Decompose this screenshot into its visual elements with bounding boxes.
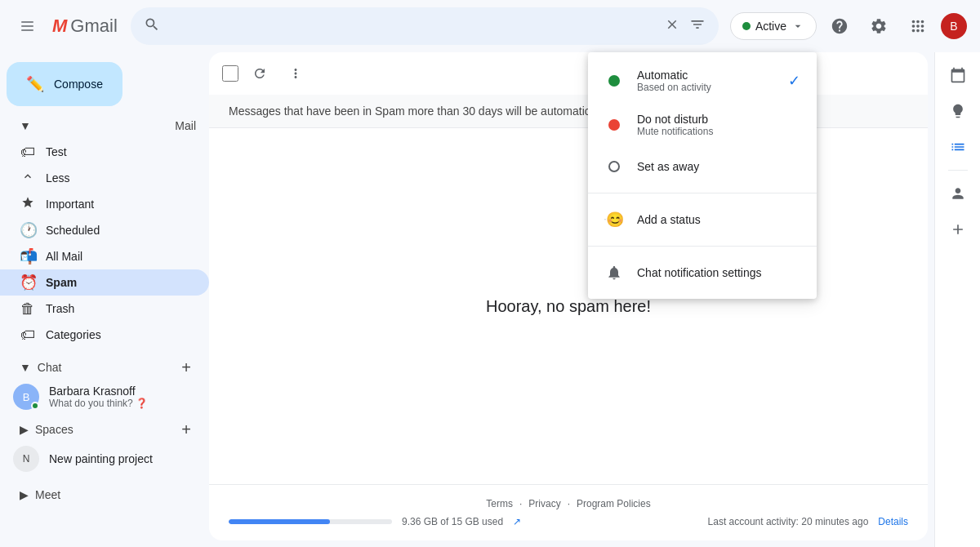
search-filter-button[interactable] (689, 16, 706, 37)
spaces-new-painting[interactable]: N New painting project (0, 442, 209, 475)
sidebar-item-test[interactable]: 🏷 Test (0, 139, 209, 165)
automatic-text: Automatic Based on activity (637, 69, 775, 93)
chat-notification-label: Chat notification settings (637, 266, 762, 279)
sidebar-item-important[interactable]: Important (0, 191, 209, 217)
spaces-section-header[interactable]: ▶ Spaces + (0, 416, 209, 442)
sidebar-item-less[interactable]: Less (0, 165, 209, 191)
spaces-add-button[interactable]: + (176, 420, 196, 439)
hamburger-button[interactable] (13, 10, 46, 42)
toolbar (209, 52, 928, 95)
activity-text: Last account activity: 20 minutes ago (708, 516, 869, 527)
select-all-checkbox[interactable] (222, 65, 238, 82)
compose-icon: ✏️ (26, 75, 44, 93)
sidebar-item-categories[interactable]: 🏷 Categories (0, 322, 209, 348)
topbar: M Gmail in:spam Active B (0, 0, 980, 52)
chat-header-label: Chat (38, 361, 62, 374)
terms-link[interactable]: Terms (486, 498, 513, 509)
footer-links: Terms · Privacy · Program Policies (229, 498, 908, 509)
program-policies-link[interactable]: Program Policies (577, 498, 651, 509)
tasks-icon[interactable] (942, 131, 974, 163)
sidebar-label-test: Test (46, 145, 67, 158)
dropdown-divider-2 (588, 246, 817, 247)
check-icon: ✓ (788, 72, 800, 90)
plus-icon[interactable] (942, 213, 974, 246)
sep1: · (519, 498, 522, 509)
storage-fill (229, 519, 330, 524)
avatar[interactable]: B (941, 13, 967, 39)
compose-label: Compose (54, 78, 103, 91)
dropdown-item-add-status[interactable]: 😊 Add a status (588, 200, 817, 239)
apps-button[interactable] (902, 10, 934, 42)
storage-link[interactable]: ↗ (513, 516, 521, 527)
sidebar-item-scheduled[interactable]: 🕐 Scheduled (0, 217, 209, 243)
dropdown-item-chat-notifications[interactable]: Chat notification settings (588, 253, 817, 292)
gmail-text: Gmail (70, 16, 117, 37)
topbar-right: Active B (730, 10, 967, 42)
privacy-link[interactable]: Privacy (528, 498, 560, 509)
mail-label: Mail (175, 119, 196, 132)
automatic-label: Automatic (637, 69, 775, 82)
dnd-sublabel: Mute notifications (637, 126, 800, 137)
spaces-avatar: N (13, 446, 39, 472)
online-indicator (31, 402, 39, 410)
important-icon (20, 196, 36, 213)
label-icon: 🏷 (20, 144, 36, 161)
contacts-icon[interactable] (942, 177, 974, 210)
calendar-icon[interactable] (942, 59, 974, 91)
spaces-header-label: Spaces (35, 423, 74, 436)
help-button[interactable] (823, 10, 856, 42)
dnd-text: Do not disturb Mute notifications (637, 113, 800, 137)
content-area: Messages that have been in Spam more tha… (209, 52, 928, 540)
meet-section-header[interactable]: ▶ Meet (0, 482, 209, 508)
gmail-m-letter: M (52, 16, 67, 37)
sidebar-item-trash[interactable]: 🗑 Trash (0, 296, 209, 322)
add-status-icon: 😊 (604, 210, 624, 229)
dropdown-item-away[interactable]: Set as away (588, 147, 817, 186)
spaces-info: New painting project (49, 452, 196, 465)
svg-rect-2 (21, 29, 33, 31)
keep-icon[interactable] (942, 95, 974, 127)
away-text: Set as away (637, 160, 800, 173)
compose-button[interactable]: ✏️ Compose (7, 62, 122, 106)
chat-preview-text: What do you think? ❓ (49, 398, 196, 409)
spaces-name: New painting project (49, 452, 196, 465)
search-input[interactable]: in:spam (170, 19, 655, 33)
meet-chevron-icon: ▶ (20, 488, 29, 501)
dropdown-item-automatic[interactable]: Automatic Based on activity ✓ (588, 59, 817, 103)
sidebar-item-spam[interactable]: ⏰ Spam (0, 269, 209, 296)
refresh-button[interactable] (245, 59, 274, 88)
right-panel-divider (948, 170, 968, 171)
chat-item-barbara[interactable]: B Barbara Krasnoff What do you think? ❓ (0, 380, 209, 413)
chat-add-button[interactable]: + (176, 358, 196, 377)
status-label: Active (755, 20, 786, 33)
more-options-button[interactable] (281, 59, 310, 88)
spam-banner: Messages that have been in Spam more tha… (209, 95, 928, 128)
status-button[interactable]: Active (730, 12, 817, 40)
status-dot-green (742, 22, 751, 30)
search-bar: in:spam (131, 7, 719, 45)
mail-section-header[interactable]: ▼ Mail (0, 113, 209, 139)
barbara-avatar: B (13, 384, 39, 410)
scheduled-icon: 🕐 (20, 221, 36, 239)
search-icon[interactable] (144, 16, 160, 37)
automatic-sublabel: Based on activity (637, 82, 775, 93)
details-link[interactable]: Details (878, 516, 908, 527)
footer: Terms · Privacy · Program Policies 9.36 … (209, 484, 928, 540)
chat-section-header[interactable]: ▼ Chat + (0, 354, 209, 380)
sidebar-item-all-mail[interactable]: 📬 All Mail (0, 243, 209, 269)
chat-contact-name: Barbara Krasnoff (49, 385, 196, 398)
notification-icon (604, 263, 624, 282)
dot-away (608, 161, 620, 172)
search-clear-button[interactable] (665, 17, 679, 36)
storage-text: 9.36 GB of 15 GB used (402, 516, 503, 527)
dropdown-item-dnd[interactable]: Do not disturb Mute notifications (588, 103, 817, 147)
dot-dnd (608, 119, 620, 131)
all-mail-icon: 📬 (20, 247, 36, 265)
settings-button[interactable] (862, 10, 895, 42)
main-layout: ✏️ Compose ▼ Mail 🏷 Test Less Important … (0, 52, 980, 547)
sidebar-label-less: Less (46, 171, 70, 185)
empty-state-text: Hooray, no spam here! (486, 297, 651, 316)
away-icon (604, 157, 624, 176)
dropdown-divider-1 (588, 193, 817, 193)
sidebar-label-trash: Trash (46, 302, 74, 315)
